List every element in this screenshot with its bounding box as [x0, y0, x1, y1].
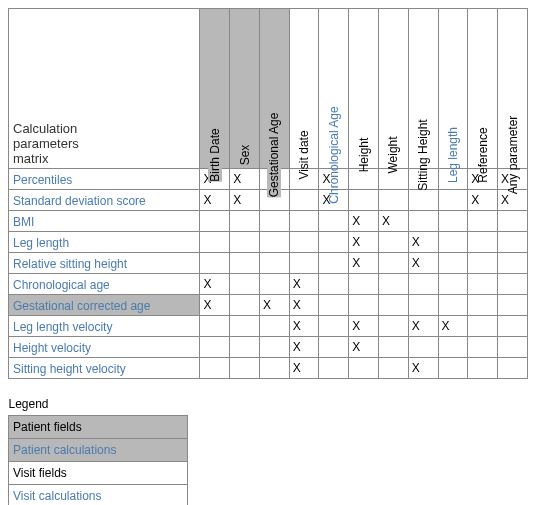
matrix-cell	[319, 295, 349, 316]
matrix-cell	[408, 274, 438, 295]
matrix-cell	[289, 190, 319, 211]
matrix-cell: X	[259, 295, 289, 316]
table-row: Leg length velocityXXXX	[9, 316, 528, 337]
matrix-cell	[438, 274, 468, 295]
matrix-cell	[468, 337, 498, 358]
title-line: parameters	[13, 136, 79, 151]
row-label: Chronological age	[13, 278, 110, 292]
column-label: Reference	[476, 127, 490, 182]
matrix-cell	[289, 253, 319, 274]
matrix-cell	[349, 295, 379, 316]
matrix-cell	[259, 358, 289, 379]
column-label: Gestational Age	[267, 113, 281, 198]
column-header: Reference	[468, 9, 498, 169]
column-label: Visit date	[297, 130, 311, 179]
calculation-parameters-matrix: Calculation parameters matrix Birth Date…	[8, 8, 528, 379]
row-header: Chronological age	[9, 274, 200, 295]
matrix-corner: Calculation parameters matrix	[9, 9, 200, 169]
matrix-cell	[259, 337, 289, 358]
matrix-cell	[230, 211, 260, 232]
matrix-cell: X	[289, 358, 319, 379]
matrix-cell: X	[408, 253, 438, 274]
matrix-body: PercentilesXXXXXStandard deviation score…	[9, 169, 528, 379]
matrix-cell	[319, 211, 349, 232]
matrix-cell	[259, 274, 289, 295]
matrix-cell: X	[349, 316, 379, 337]
legend-label: Visit calculations	[13, 489, 102, 503]
column-label: Chronological Age	[327, 106, 341, 203]
matrix-cell	[438, 190, 468, 211]
matrix-cell	[200, 316, 230, 337]
matrix-cell	[498, 253, 528, 274]
row-label: Gestational corrected age	[13, 299, 150, 313]
column-label: Leg length	[446, 127, 460, 183]
matrix-cell: X	[230, 169, 260, 190]
matrix-cell	[349, 190, 379, 211]
matrix-cell	[468, 295, 498, 316]
matrix-cell	[289, 211, 319, 232]
matrix-cell	[319, 274, 349, 295]
column-header: Gestational Age	[259, 9, 289, 169]
row-label: Percentiles	[13, 173, 72, 187]
matrix-cell: X	[468, 190, 498, 211]
matrix-cell: X	[200, 274, 230, 295]
matrix-cell	[289, 232, 319, 253]
matrix-cell	[379, 295, 409, 316]
column-header: Sitting Height	[408, 9, 438, 169]
matrix-cell	[438, 337, 468, 358]
matrix-cell	[230, 295, 260, 316]
row-header: BMI	[9, 211, 200, 232]
row-header: Percentiles	[9, 169, 200, 190]
table-row: Sitting height velocityXX	[9, 358, 528, 379]
matrix-cell: X	[408, 232, 438, 253]
matrix-cell	[319, 337, 349, 358]
row-header: Leg length	[9, 232, 200, 253]
matrix-cell	[200, 358, 230, 379]
matrix-cell	[319, 253, 349, 274]
matrix-cell	[468, 211, 498, 232]
matrix-cell	[379, 358, 409, 379]
row-label: Leg length velocity	[13, 320, 112, 334]
matrix-cell	[379, 337, 409, 358]
title-line: matrix	[13, 151, 48, 166]
legend-item: Patient calculations	[9, 439, 188, 462]
row-label: BMI	[13, 215, 34, 229]
matrix-cell	[468, 232, 498, 253]
matrix-cell	[498, 337, 528, 358]
matrix-cell	[498, 316, 528, 337]
table-row: Height velocityXX	[9, 337, 528, 358]
matrix-header-row: Calculation parameters matrix Birth Date…	[9, 9, 528, 169]
matrix-cell	[438, 295, 468, 316]
table-row: Leg lengthXX	[9, 232, 528, 253]
table-row: Relative sitting heightXX	[9, 253, 528, 274]
matrix-cell	[230, 358, 260, 379]
row-header: Leg length velocity	[9, 316, 200, 337]
matrix-cell	[379, 232, 409, 253]
column-label: Birth Date	[208, 128, 222, 181]
column-header: Sex	[230, 9, 260, 169]
matrix-cell	[230, 316, 260, 337]
matrix-cell	[259, 253, 289, 274]
matrix-cell: X	[200, 295, 230, 316]
matrix-cell: X	[200, 190, 230, 211]
matrix-cell	[259, 211, 289, 232]
matrix-cell	[319, 358, 349, 379]
legend-item: Patient fields	[9, 416, 188, 439]
row-label: Height velocity	[13, 341, 91, 355]
matrix-cell: X	[408, 316, 438, 337]
row-label: Relative sitting height	[13, 257, 127, 271]
row-label: Leg length	[13, 236, 69, 250]
matrix-cell	[468, 253, 498, 274]
legend-table: Legend Patient fieldsPatient calculation…	[8, 393, 188, 505]
matrix-cell	[438, 211, 468, 232]
matrix-cell	[349, 358, 379, 379]
matrix-cell	[468, 274, 498, 295]
legend-label: Patient calculations	[13, 443, 116, 457]
legend-label: Visit fields	[13, 466, 67, 480]
column-header: Any parameter	[498, 9, 528, 169]
legend-item: Visit fields	[9, 462, 188, 485]
matrix-cell: X	[349, 232, 379, 253]
row-header: Height velocity	[9, 337, 200, 358]
column-label: Sitting Height	[416, 119, 430, 190]
matrix-cell: X	[289, 316, 319, 337]
